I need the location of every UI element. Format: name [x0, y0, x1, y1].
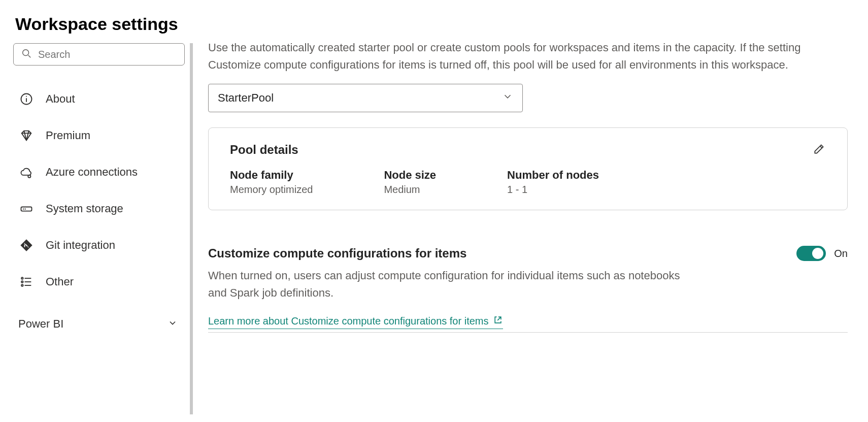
sidebar-item-premium[interactable]: Premium — [13, 117, 188, 154]
svg-point-12 — [24, 243, 26, 245]
info-icon — [18, 91, 35, 107]
svg-line-23 — [497, 317, 501, 321]
svg-line-1 — [28, 55, 31, 58]
sidebar-group-powerbi[interactable]: Power BI — [13, 300, 188, 336]
svg-point-20 — [21, 284, 23, 286]
svg-point-11 — [25, 208, 26, 209]
pool-prop-label: Node size — [384, 169, 436, 182]
sidebar-group-label: Power BI — [18, 317, 63, 331]
sidebar-item-label: Other — [46, 275, 74, 288]
learn-more-link[interactable]: Learn more about Customize compute confi… — [208, 315, 503, 329]
search-box[interactable] — [13, 43, 185, 66]
pool-prop-value: Memory optimized — [230, 184, 313, 196]
pool-prop-label: Number of nodes — [507, 169, 599, 182]
pool-prop-label: Node family — [230, 169, 313, 182]
external-link-icon — [493, 315, 503, 328]
svg-rect-9 — [21, 207, 32, 211]
customize-section-title: Customize compute configurations for ite… — [208, 246, 466, 261]
sidebar-item-label: Git integration — [46, 239, 115, 252]
diamond-icon — [18, 127, 35, 144]
sidebar-item-label: Premium — [46, 129, 90, 142]
pool-prop-node-family: Node family Memory optimized — [230, 169, 313, 196]
pool-details-title: Pool details — [230, 143, 298, 157]
main-content: Use the automatically created starter po… — [193, 43, 868, 414]
page-title: Workspace settings — [0, 0, 868, 43]
svg-point-16 — [21, 277, 23, 279]
chevron-down-icon — [168, 318, 178, 330]
sidebar: About Premium Azure connections System s… — [0, 43, 193, 414]
edit-button[interactable] — [813, 142, 826, 157]
customize-section: Customize compute configurations for ite… — [208, 246, 848, 333]
sidebar-item-label: System storage — [46, 202, 123, 215]
pencil-icon — [813, 148, 826, 157]
search-input[interactable] — [38, 49, 177, 60]
svg-point-10 — [23, 208, 24, 209]
svg-point-13 — [27, 246, 29, 248]
learn-more-text: Learn more about Customize compute confi… — [208, 315, 489, 327]
pool-select-value: StarterPool — [218, 91, 274, 105]
svg-point-8 — [28, 175, 30, 178]
pool-prop-value: 1 - 1 — [507, 184, 599, 196]
pool-prop-number-of-nodes: Number of nodes 1 - 1 — [507, 169, 599, 196]
sidebar-item-system-storage[interactable]: System storage — [13, 190, 188, 227]
pool-prop-value: Medium — [384, 184, 436, 196]
sidebar-item-label: Azure connections — [46, 166, 138, 179]
storage-icon — [18, 201, 35, 217]
sidebar-item-azure-connections[interactable]: Azure connections — [13, 154, 188, 190]
pool-select[interactable]: StarterPool — [208, 84, 523, 112]
sidebar-item-about[interactable]: About — [13, 81, 188, 117]
list-icon — [18, 274, 35, 290]
svg-line-22 — [820, 146, 822, 148]
svg-point-0 — [23, 50, 29, 56]
sidebar-item-other[interactable]: Other — [13, 264, 188, 300]
pool-prop-node-size: Node size Medium — [384, 169, 436, 196]
pool-details-card: Pool details Node family Memory optimize… — [208, 127, 848, 210]
chevron-down-icon — [502, 91, 513, 105]
pool-description: Use the automatically created starter po… — [208, 43, 848, 74]
cloud-icon — [18, 164, 35, 180]
customize-section-description: When turned on, users can adjust compute… — [208, 267, 695, 302]
search-icon — [21, 48, 38, 61]
customize-toggle[interactable] — [796, 246, 826, 261]
svg-point-18 — [21, 281, 23, 283]
sidebar-item-git-integration[interactable]: Git integration — [13, 227, 188, 264]
toggle-state-label: On — [834, 248, 848, 259]
sidebar-item-label: About — [46, 92, 75, 106]
svg-point-4 — [26, 96, 27, 97]
git-icon — [18, 237, 35, 253]
